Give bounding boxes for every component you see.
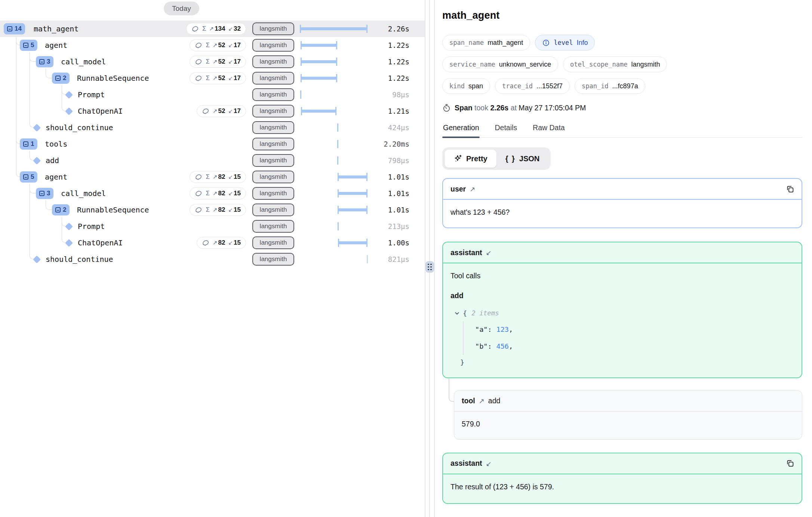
copy-button[interactable] — [786, 459, 794, 467]
panel-resize-handle[interactable] — [425, 261, 434, 273]
output-tokens: 15 — [234, 239, 241, 247]
trace-row-RunnableSequence[interactable]: 2RunnableSequenceΣ↗82↙15langsmith1.01s — [0, 202, 425, 218]
descendant-count: 2 — [63, 206, 66, 214]
open-span-icon[interactable]: ↙ — [486, 249, 492, 257]
collapse-badge[interactable]: 3 — [36, 188, 53, 199]
tab-details[interactable]: Details — [494, 123, 518, 137]
open-span-icon[interactable]: ↗ — [479, 397, 485, 405]
collapse-badge[interactable]: 5 — [20, 40, 37, 51]
open-span-icon[interactable]: ↙ — [486, 460, 492, 468]
generation-messages: user ↗ what's 123 + 456? assistant ↙ — [442, 178, 802, 504]
tab-generation[interactable]: Generation — [442, 123, 480, 137]
open-span-icon[interactable]: ↗ — [470, 185, 475, 193]
duration-label: 1.22s — [388, 53, 409, 70]
span-name: ChatOpenAI — [78, 235, 123, 251]
stopwatch-icon — [442, 104, 451, 112]
attribute-pill-kind: kindspan — [442, 78, 490, 94]
timeline-tick — [337, 156, 338, 165]
input-tokens: 82 — [218, 206, 225, 214]
attribute-key: kind — [449, 82, 465, 90]
trace-row-ChatOpenAI[interactable]: ChatOpenAI↗52↙17langsmith1.21s — [0, 103, 425, 119]
tool-output: 579.0 — [454, 412, 802, 439]
timeline-bar — [301, 60, 337, 63]
duration-label: 2.26s — [388, 21, 409, 37]
sigma-icon: Σ — [206, 58, 210, 65]
collapse-badge[interactable]: 3 — [36, 56, 53, 67]
timeline-track — [300, 152, 367, 169]
descendant-count: 5 — [31, 42, 34, 49]
attribute-key: level — [554, 39, 573, 46]
span-name: math_agent — [34, 21, 79, 37]
attribute-value: ...fc897a — [612, 82, 638, 90]
collapse-badge[interactable]: 2 — [52, 204, 70, 215]
attribute-value: span — [468, 82, 483, 90]
input-arrow-icon: ↗ — [209, 25, 214, 32]
trace-row-call_model[interactable]: 3call_modelΣ↗82↙15langsmith1.01s — [0, 185, 425, 202]
descendant-count: 14 — [15, 25, 22, 33]
attribute-pill-span_id: span_id...fc897a — [575, 78, 645, 94]
collapse-badge[interactable]: 14 — [4, 23, 25, 34]
timeline-track — [300, 235, 367, 251]
tokens-icon — [195, 206, 203, 214]
output-arrow-icon: ↙ — [228, 75, 233, 82]
json-indent-guide — [463, 321, 464, 355]
chevron-down-icon[interactable] — [454, 310, 460, 316]
span-name: Prompt — [78, 86, 105, 103]
timeline-tick — [338, 222, 339, 230]
span-name: should_continue — [46, 251, 113, 267]
trace-row-tools[interactable]: 1toolslangsmith2.20ms — [0, 136, 425, 152]
trace-row-RunnableSequence[interactable]: 2RunnableSequenceΣ↗52↙17langsmith1.22s — [0, 70, 425, 86]
tool-result-wrap: tool ↗ add 579.0 — [442, 390, 802, 440]
collapse-minus-icon — [39, 59, 44, 64]
span-name: RunnableSequence — [77, 202, 149, 218]
trace-row-should_continue[interactable]: should_continuelangsmith821µs — [0, 251, 425, 267]
attribute-key: otel_scope_name — [570, 61, 628, 68]
toggle-pretty[interactable]: Pretty — [445, 150, 496, 168]
role-label: assistant — [450, 248, 482, 257]
duration-label: 1.01s — [388, 169, 409, 185]
copy-button[interactable] — [786, 185, 794, 193]
json-arg-row: "a":123, — [450, 321, 794, 338]
collapse-badge[interactable]: 1 — [20, 138, 37, 150]
collapse-badge[interactable]: 2 — [52, 73, 70, 84]
input-tokens: 52 — [218, 42, 225, 49]
toggle-json[interactable]: { } JSON — [496, 150, 549, 168]
attribute-key: trace_id — [502, 82, 533, 90]
collapse-minus-icon — [23, 174, 28, 180]
json-args-list: "a":123,"b":456, — [450, 321, 794, 355]
trace-row-ChatOpenAI[interactable]: ChatOpenAI↗82↙15langsmith1.00s — [0, 235, 425, 251]
langsmith-tag: langsmith — [252, 121, 294, 134]
duration-label: 2.20ms — [384, 136, 409, 152]
timeline-track — [300, 218, 367, 235]
trace-row-Prompt[interactable]: Promptlangsmith213µs — [0, 218, 425, 235]
duration-label: 1.21s — [388, 103, 409, 119]
timeline-bar — [338, 192, 367, 195]
trace-row-should_continue[interactable]: should_continuelangsmith424µs — [0, 119, 425, 136]
timeline-track — [300, 251, 367, 267]
trace-row-agent[interactable]: 5agentΣ↗82↙15langsmith1.01s — [0, 169, 425, 185]
timeline-track — [300, 136, 367, 152]
trace-row-Prompt[interactable]: Promptlangsmith98µs — [0, 86, 425, 103]
attribute-value: unknown_service — [499, 61, 551, 68]
attribute-value: Info — [576, 39, 588, 47]
langsmith-trace-view: Today 14math_agentΣ↗134↙32langsmith2.26s… — [0, 0, 812, 517]
trace-row-math_agent[interactable]: 14math_agentΣ↗134↙32langsmith2.26s — [0, 21, 425, 37]
trace-row-call_model[interactable]: 3call_modelΣ↗52↙17langsmith1.22s — [0, 53, 425, 70]
timeline-track — [300, 21, 367, 37]
tool-call-name: add — [450, 291, 794, 301]
input-arrow-icon: ↗ — [213, 58, 218, 65]
leaf-diamond-icon — [33, 157, 41, 165]
input-tokens: 52 — [218, 74, 225, 82]
sigma-icon: Σ — [206, 173, 210, 181]
collapse-badge[interactable]: 5 — [20, 171, 37, 183]
trace-row-agent[interactable]: 5agentΣ↗52↙17langsmith1.22s — [0, 37, 425, 53]
trace-row-add[interactable]: addlangsmith798µs — [0, 152, 425, 169]
tab-raw-data[interactable]: Raw Data — [532, 123, 566, 137]
timeline-track — [300, 185, 367, 202]
tool-calls-label: Tool calls — [450, 271, 794, 281]
tool-name: add — [488, 397, 501, 405]
descendant-count: 1 — [31, 140, 34, 148]
attribute-pill-span_name: span_namemath_agent — [442, 35, 530, 51]
panel-divider-line — [425, 0, 425, 517]
trace-tree-panel: Today 14math_agentΣ↗134↙32langsmith2.26s… — [0, 0, 425, 517]
